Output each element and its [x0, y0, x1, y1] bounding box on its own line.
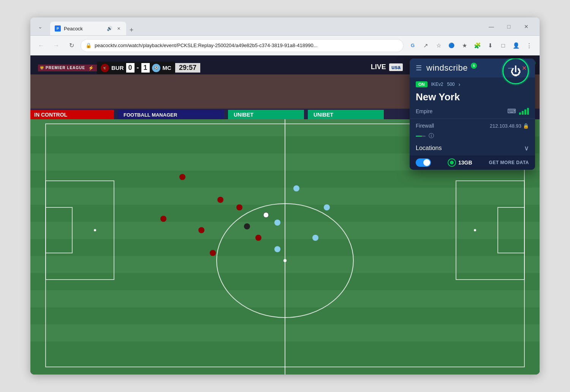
svg-point-34 — [236, 204, 242, 210]
tab-close-button[interactable]: ✕ — [116, 25, 122, 32]
svg-point-35 — [255, 235, 261, 241]
vpn-content: ⏻ ON IKEv2 500 › New York Empire — [410, 77, 535, 155]
vpn-firewall-row: Firewall 212.103.48.93 🔒 — [410, 119, 535, 131]
svg-point-41 — [274, 246, 280, 252]
active-tab[interactable]: P Peacock 🔊 ✕ — [50, 22, 126, 35]
svg-point-32 — [160, 216, 166, 222]
firewall-ip: 212.103.48.93 🔒 — [490, 123, 529, 129]
window-maximize-button[interactable]: □ — [500, 24, 518, 30]
league-name: PREMIER LEAGUE — [46, 66, 85, 70]
browser-window: ⌄ P Peacock 🔊 ✕ + — □ ✕ ← → ↻ 🔒 pea — [30, 17, 540, 375]
premier-league-badge: 🦁 PREMIER LEAGUE ⚡ — [38, 65, 97, 71]
network-logo: usa — [389, 63, 403, 71]
get-more-data-button[interactable]: GET MORE DATA — [489, 160, 529, 165]
home-team-abbr: BUR — [111, 65, 124, 71]
score-divider: - — [137, 64, 139, 72]
windscribe-badge: 5 — [471, 63, 477, 69]
home-score: 0 — [126, 63, 135, 73]
vpn-location-area: New York — [410, 90, 535, 106]
vpn-server-name: Empire — [416, 108, 432, 114]
vpn-status-badge: ON — [416, 81, 428, 87]
svg-point-42 — [244, 223, 250, 229]
signal-bar-1 — [519, 112, 521, 115]
svg-text:UNIBET: UNIBET — [234, 112, 254, 118]
bookmark-icon-btn[interactable]: ☆ — [432, 40, 445, 52]
svg-text:IN CONTROL: IN CONTROL — [34, 112, 68, 118]
svg-text:UNIBET: UNIBET — [314, 112, 334, 118]
svg-point-28 — [94, 229, 96, 231]
title-bar: ⌄ P Peacock 🔊 ✕ + — □ ✕ — [30, 17, 540, 36]
signal-bars — [519, 108, 529, 115]
vpn-divider-row: ⓘ — [410, 131, 535, 141]
menu-icon-btn[interactable]: ⋮ — [523, 40, 535, 52]
window-minimize-button[interactable]: — — [483, 24, 500, 30]
extension1-icon-btn[interactable]: 🔵 — [445, 40, 458, 52]
new-tab-button[interactable]: + — [126, 25, 137, 35]
cast-icon-btn[interactable]: □ — [497, 40, 509, 52]
away-score: 1 — [141, 63, 150, 73]
data-icon — [448, 158, 456, 167]
data-amount: 13GB — [458, 160, 472, 166]
extensions-icon-btn[interactable]: 🧩 — [471, 40, 483, 52]
tab-bar: P Peacock 🔊 ✕ + — [50, 17, 480, 35]
scoreboard: 🦁 PREMIER LEAGUE ⚡ 🦅 BUR 0 - 1 ⚽ MC — [38, 62, 200, 74]
premier-league-lion-icon: 🦁 — [40, 66, 44, 70]
score-box: 🦅 BUR 0 - 1 ⚽ MC — [97, 62, 175, 74]
google-icon-btn[interactable]: G — [407, 40, 419, 52]
svg-text:FOOTBALL MANAGER: FOOTBALL MANAGER — [124, 112, 177, 118]
url-text: peacocktv.com/watch/playback/event/PCKSL… — [95, 43, 399, 48]
profile-icon-btn[interactable]: 👤 — [510, 40, 522, 52]
svg-point-36 — [210, 250, 216, 256]
svg-point-38 — [324, 204, 330, 210]
download-icon-btn[interactable]: ⬇ — [484, 40, 496, 52]
toggle-switch[interactable] — [416, 158, 431, 167]
away-team-abbr: MC — [163, 65, 171, 71]
extension2-icon-btn[interactable]: ★ — [458, 40, 470, 52]
vpn-server-row: Empire ⌨ — [410, 106, 535, 119]
signal-bar-3 — [524, 109, 526, 115]
vpn-locations-row[interactable]: Locations ∨ — [410, 141, 535, 155]
forward-button[interactable]: → — [50, 40, 62, 52]
live-text: LIVE — [371, 63, 386, 71]
windscribe-logo: windscribe — [426, 63, 468, 73]
locations-chevron-icon: ∨ — [524, 144, 529, 152]
svg-point-37 — [293, 185, 299, 191]
content-area: IN CONTROL FOOTBALL MANAGER UNIBET UNIBE… — [30, 55, 540, 375]
refresh-button[interactable]: ↻ — [65, 40, 78, 52]
toolbar-icons: G ↗ ☆ 🔵 ★ 🧩 ⬇ □ 👤 ⋮ — [407, 40, 535, 52]
game-time: 29:57 — [175, 63, 200, 73]
lock-icon: 🔒 — [86, 43, 92, 48]
svg-point-43 — [263, 212, 269, 218]
vpn-panel: ☰ windscribe 5 — ✕ ⏻ ON — [410, 58, 535, 170]
window-close-button[interactable]: ✕ — [518, 24, 535, 30]
signal-bar-4 — [527, 108, 529, 115]
url-bar[interactable]: 🔒 peacocktv.com/watch/playback/event/PCK… — [81, 39, 404, 52]
tab-dropdown-btn[interactable]: ⌄ — [35, 21, 46, 32]
svg-point-22 — [283, 259, 287, 262]
home-team-logo: 🦅 — [101, 64, 109, 72]
firewall-label: Firewall — [416, 123, 434, 129]
toggle-knob — [423, 159, 430, 166]
power-button[interactable]: ⏻ — [502, 58, 529, 84]
vpn-speed: 500 — [447, 82, 455, 87]
lightning-icon: ⚡ — [88, 65, 94, 71]
power-icon: ⏻ — [510, 65, 521, 77]
vpn-header-left: ☰ windscribe 5 — [416, 63, 477, 73]
vpn-protocol: IKEv2 — [431, 82, 443, 87]
svg-point-33 — [198, 227, 204, 233]
hamburger-menu-icon[interactable]: ☰ — [416, 64, 422, 72]
info-icon[interactable]: ⓘ — [429, 133, 434, 139]
svg-point-39 — [274, 220, 280, 226]
ip-address: 212.103.48.93 — [490, 123, 521, 129]
vpn-arrow-icon[interactable]: › — [459, 81, 461, 87]
svg-point-31 — [217, 197, 223, 203]
tab-title: Peacock — [64, 26, 104, 32]
server-type-icon: ⌨ — [507, 107, 516, 115]
power-button-wrapper: ⏻ — [502, 58, 529, 84]
vpn-footer: 13GB GET MORE DATA — [410, 155, 535, 170]
share-icon-btn[interactable]: ↗ — [420, 40, 432, 52]
locations-label: Locations — [416, 145, 442, 152]
address-bar: ← → ↻ 🔒 peacocktv.com/watch/playback/eve… — [30, 36, 540, 55]
toggle-switch-area — [416, 158, 431, 167]
back-button[interactable]: ← — [35, 40, 47, 52]
